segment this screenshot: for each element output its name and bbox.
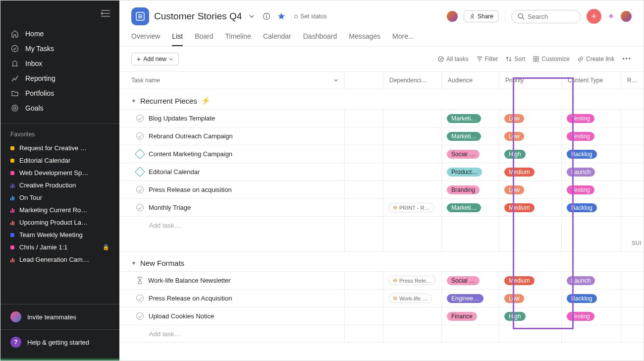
col-content-type[interactable]: Content Type: [562, 72, 621, 89]
nav-goals[interactable]: Goals: [0, 101, 119, 116]
tag-pill[interactable]: Branding: [447, 185, 480, 194]
tag-pill[interactable]: Enginee…: [447, 294, 483, 303]
member-avatar[interactable]: [447, 11, 458, 22]
task-row[interactable]: Editorial Calendar Product… Medium Launc…: [119, 163, 644, 180]
invite-teammates[interactable]: Invite teammates: [0, 308, 119, 325]
nav-my-tasks[interactable]: My Tasks: [0, 41, 119, 56]
tag-pill[interactable]: Backlog: [567, 294, 597, 303]
dependency-chip[interactable]: ⊖Press Rele…: [388, 276, 436, 285]
col-task-name[interactable]: Task name: [119, 72, 345, 89]
chevron-down-icon[interactable]: [247, 11, 257, 21]
celebration姫-icon[interactable]: ✦: [607, 11, 615, 22]
task-name[interactable]: Blog Updates Template: [149, 115, 215, 122]
help-getting-started[interactable]: ? Help & getting started: [0, 334, 119, 351]
task-name[interactable]: Upload Cookies Notice: [149, 312, 214, 320]
favorite-item[interactable]: Marketing Current Ro…: [0, 204, 119, 216]
collapse-sidebar-icon[interactable]: [100, 7, 111, 19]
task-row[interactable]: Press Release on Acquisition ⊖Work-life …: [119, 289, 644, 307]
share-button[interactable]: Share: [464, 10, 499, 22]
tab-dashboard[interactable]: Dashboard: [303, 30, 337, 46]
tag-pill[interactable]: Finance: [447, 312, 477, 321]
favorite-item[interactable]: Web Development Sp…: [0, 167, 119, 179]
tab-messages[interactable]: Messages: [349, 30, 380, 46]
task-name[interactable]: Work-life Balance Newsletter: [148, 277, 231, 284]
complete-task-icon[interactable]: [136, 204, 144, 211]
more-actions-button[interactable]: •••: [622, 56, 632, 62]
complete-task-icon[interactable]: [136, 295, 144, 302]
tag-pill[interactable]: Testing: [567, 185, 594, 194]
task-name[interactable]: Editorial Calendar: [149, 168, 200, 176]
milestone-icon[interactable]: [135, 167, 145, 177]
tag-pill[interactable]: Low: [504, 294, 524, 303]
add-task-row[interactable]: Add task…: [119, 216, 644, 234]
tag-pill[interactable]: Testing: [567, 132, 594, 141]
tag-pill[interactable]: Medium: [504, 203, 535, 212]
tag-pill[interactable]: Backlog: [567, 203, 597, 212]
info-icon[interactable]: [262, 11, 271, 21]
set-status[interactable]: Set status: [294, 13, 326, 20]
complete-task-icon[interactable]: [136, 115, 144, 122]
col-reviewer[interactable]: Rev: [621, 72, 644, 89]
task-row[interactable]: Work-life Balance Newsletter ⊖Press Rele…: [119, 271, 644, 289]
add-task-row[interactable]: Add task…: [119, 325, 644, 343]
sort-button[interactable]: Sort: [506, 56, 525, 62]
section-header[interactable]: ▼Recurrent Pieces⚡: [119, 89, 644, 109]
tag-pill[interactable]: Backlog: [567, 150, 597, 159]
tab-timeline[interactable]: Timeline: [225, 30, 251, 46]
tag-pill[interactable]: High: [504, 150, 526, 159]
all-tasks-button[interactable]: All tasks: [438, 56, 469, 62]
tag-pill[interactable]: Product…: [447, 168, 482, 177]
add-new-button[interactable]: +Add new: [131, 53, 179, 65]
tag-pill[interactable]: Marketi…: [447, 132, 481, 141]
tag-pill[interactable]: Medium: [504, 168, 535, 177]
favorite-item[interactable]: Chris / Jamie 1:1🔒: [0, 241, 119, 253]
task-row[interactable]: Content Marketing Campaign Social … High…: [119, 145, 644, 163]
nav-portfolios[interactable]: Portfolios: [0, 86, 119, 101]
nav-home[interactable]: Home: [0, 26, 119, 41]
complete-task-icon[interactable]: [136, 132, 144, 140]
tab-overview[interactable]: Overview: [131, 30, 160, 46]
customize-button[interactable]: Customize: [533, 56, 570, 62]
quick-add-button[interactable]: +: [587, 9, 601, 24]
task-row[interactable]: Upload Cookies Notice Finance High Testi…: [119, 307, 644, 325]
tag-pill[interactable]: High: [504, 312, 526, 321]
task-name[interactable]: Content Marketing Campaign: [149, 150, 232, 158]
tab-more[interactable]: More...: [392, 30, 414, 46]
project-icon[interactable]: [131, 7, 149, 25]
tag-pill[interactable]: Testing: [567, 114, 594, 123]
col-audience[interactable]: Audience: [442, 72, 499, 89]
tag-pill[interactable]: Launch: [567, 168, 595, 177]
star-icon[interactable]: [276, 11, 286, 21]
tab-list[interactable]: List: [172, 30, 183, 46]
project-title[interactable]: Customer Stories Q4: [154, 11, 242, 22]
tag-pill[interactable]: Social …: [447, 150, 480, 159]
tag-pill[interactable]: Low: [504, 114, 524, 123]
tag-pill[interactable]: Testing: [567, 312, 594, 321]
favorite-item[interactable]: Request for Creative …: [0, 142, 119, 154]
dependency-chip[interactable]: ⊖PRINT - R…: [388, 203, 434, 212]
complete-task-icon[interactable]: [136, 186, 144, 193]
nav-reporting[interactable]: Reporting: [0, 71, 119, 86]
tag-pill[interactable]: Low: [504, 132, 524, 141]
tag-pill[interactable]: Low: [504, 185, 524, 194]
favorite-item[interactable]: Creative Production: [0, 179, 119, 191]
tag-pill[interactable]: Social …: [447, 276, 480, 285]
complete-task-icon[interactable]: [136, 312, 144, 320]
col-priority[interactable]: Priority: [499, 72, 562, 89]
tab-calendar[interactable]: Calendar: [263, 30, 291, 46]
task-name[interactable]: Press Release on Acquisition: [149, 295, 232, 302]
task-row[interactable]: Press Release on acquisition Branding Lo…: [119, 180, 644, 198]
favorite-item[interactable]: Upcoming Product La…: [0, 216, 119, 229]
collapse-section-icon[interactable]: ▼: [131, 98, 136, 104]
collapse-section-icon[interactable]: ▼: [131, 260, 136, 266]
tag-pill[interactable]: Launch: [567, 276, 595, 285]
tag-pill[interactable]: Marketi…: [447, 203, 481, 212]
tab-board[interactable]: Board: [195, 30, 213, 46]
task-row[interactable]: Monthly Triage ⊖PRINT - R… Marketi… Medi…: [119, 198, 644, 216]
user-avatar[interactable]: [621, 11, 632, 22]
task-row[interactable]: Rebrand Outreach Campaign Marketi… Low T…: [119, 127, 644, 145]
task-name[interactable]: Rebrand Outreach Campaign: [149, 132, 233, 140]
search-input[interactable]: [528, 13, 567, 20]
tag-pill[interactable]: Medium: [504, 276, 535, 285]
chevron-down-icon[interactable]: [333, 78, 338, 83]
